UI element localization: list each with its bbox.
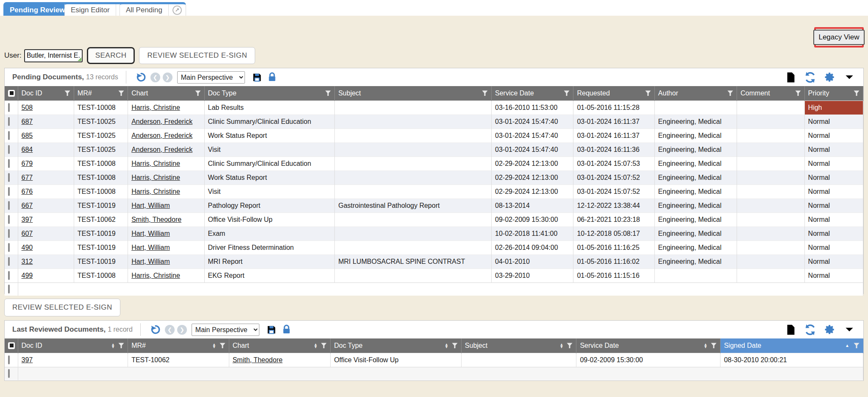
chart-link[interactable]: Hart, William (131, 244, 170, 251)
filter-funnel-icon[interactable] (482, 90, 488, 96)
column-header-mr-[interactable]: MR# (74, 86, 128, 101)
filter-funnel-icon[interactable] (567, 343, 573, 349)
row-checkbox[interactable] (8, 355, 10, 364)
column-header-author[interactable]: Author (654, 86, 737, 101)
filter-funnel-icon[interactable] (64, 90, 70, 96)
search-button[interactable]: SEARCH (87, 47, 135, 64)
settings-gear-icon[interactable] (824, 324, 835, 335)
next-page-icon[interactable]: ❯ (177, 325, 187, 335)
row-checkbox[interactable] (8, 243, 10, 252)
column-header-doc-type[interactable]: Doc Type▲▼ (331, 338, 462, 353)
undo-icon[interactable] (150, 324, 161, 335)
filter-funnel-icon[interactable] (118, 343, 124, 349)
column-header-mr-[interactable]: MR#▲▼ (128, 338, 229, 353)
row-checkbox[interactable] (8, 159, 10, 168)
tab-all-pending[interactable]: All Pending ↗ (120, 2, 186, 16)
column-header-subject[interactable]: Subject (335, 86, 492, 101)
doc-id-link[interactable]: 499 (22, 272, 33, 279)
footer-checkbox[interactable] (8, 285, 10, 294)
settings-gear-icon[interactable] (824, 72, 835, 83)
column-header-requested[interactable]: Requested (573, 86, 654, 101)
column-header-doc-type[interactable]: Doc Type (204, 86, 335, 101)
filter-funnel-icon[interactable] (452, 343, 458, 349)
refresh-icon[interactable] (804, 72, 816, 83)
row-checkbox[interactable] (8, 271, 10, 280)
column-header-service-date[interactable]: Service Date▲▼ (576, 338, 721, 353)
sort-asc-icon[interactable]: ▲ (845, 343, 849, 348)
column-header-priority[interactable]: Priority (804, 86, 863, 101)
column-header-subject[interactable]: Subject▲▼ (461, 338, 576, 353)
review-selected-esign-button-bottom[interactable]: REVIEW SELECTED E-SIGN (4, 299, 120, 316)
chart-link[interactable]: Harris, Christine (131, 174, 180, 181)
filter-funnel-icon[interactable] (854, 90, 860, 96)
chart-link[interactable]: Harris, Christine (131, 188, 180, 195)
row-checkbox[interactable] (8, 187, 10, 196)
column-header-chart[interactable]: Chart▲▼ (229, 338, 331, 353)
perspective-select[interactable]: Main Perspective (192, 324, 259, 336)
chart-link[interactable]: Anderson, Frederick (131, 146, 192, 153)
doc-id-link[interactable]: 508 (22, 104, 33, 111)
lock-icon[interactable] (282, 324, 291, 335)
row-checkbox[interactable] (8, 257, 10, 266)
sort-icon[interactable]: ▲▼ (704, 343, 707, 348)
filter-funnel-icon[interactable] (195, 90, 201, 96)
refresh-icon[interactable] (804, 324, 816, 335)
doc-id-link[interactable]: 685 (22, 132, 33, 139)
doc-id-link[interactable]: 397 (22, 216, 33, 223)
doc-id-link[interactable]: 677 (22, 174, 33, 181)
external-link-icon[interactable]: ↗ (172, 6, 182, 15)
save-perspective-icon[interactable] (266, 324, 277, 335)
row-checkbox[interactable] (8, 201, 10, 210)
row-checkbox[interactable] (8, 117, 10, 126)
row-checkbox[interactable] (8, 145, 10, 154)
chart-link[interactable]: Harris, Christine (131, 160, 180, 167)
save-perspective-icon[interactable] (252, 72, 262, 83)
filter-funnel-icon[interactable] (321, 343, 327, 349)
filter-funnel-icon[interactable] (645, 90, 651, 96)
sort-icon[interactable]: ▲▼ (314, 343, 317, 348)
filter-funnel-icon[interactable] (711, 343, 717, 349)
column-header-chart[interactable]: Chart (128, 86, 204, 101)
doc-id-link[interactable]: 687 (22, 118, 33, 125)
filter-funnel-icon[interactable] (564, 90, 570, 96)
sort-icon[interactable]: ▲▼ (560, 343, 564, 348)
collapse-chevron-icon[interactable] (844, 324, 855, 335)
doc-id-link[interactable]: 490 (22, 244, 33, 251)
row-checkbox[interactable] (8, 229, 10, 238)
row-checkbox[interactable] (8, 215, 10, 224)
chart-link[interactable]: Smith, Theodore (233, 356, 283, 363)
chart-link[interactable]: Smith, Theodore (131, 216, 181, 223)
filter-funnel-icon[interactable] (220, 343, 225, 349)
legacy-view-button[interactable]: Legacy View (813, 30, 864, 45)
select-all-checkbox[interactable] (8, 90, 15, 97)
doc-id-link[interactable]: 676 (22, 188, 33, 195)
new-document-icon[interactable] (786, 72, 796, 83)
doc-id-link[interactable]: 679 (22, 160, 33, 167)
prev-page-icon[interactable]: ❮ (150, 73, 160, 82)
chart-link[interactable]: Harris, Christine (131, 272, 180, 279)
chart-link[interactable]: Harris, Christine (131, 104, 180, 111)
doc-id-link[interactable]: 397 (22, 356, 33, 363)
sort-icon[interactable]: ▲▼ (212, 343, 216, 348)
undo-icon[interactable] (136, 72, 147, 83)
row-checkbox[interactable] (8, 131, 10, 140)
sort-icon[interactable]: ▲▼ (445, 343, 448, 348)
filter-funnel-icon[interactable] (118, 90, 124, 96)
lock-icon[interactable] (267, 72, 277, 82)
filter-funnel-icon[interactable] (854, 343, 860, 349)
doc-id-link[interactable]: 684 (22, 146, 33, 153)
perspective-select[interactable]: Main Perspective (177, 71, 245, 84)
user-input[interactable] (24, 49, 83, 62)
filter-funnel-icon[interactable] (795, 90, 801, 96)
column-header-signed-date[interactable]: Signed Date▲ (721, 338, 863, 353)
column-header-doc-id[interactable]: Doc ID (18, 86, 74, 101)
row-checkbox[interactable] (8, 173, 10, 182)
doc-id-link[interactable]: 607 (22, 230, 33, 237)
chart-link[interactable]: Hart, William (131, 230, 170, 237)
next-page-icon[interactable]: ❯ (163, 73, 172, 82)
doc-id-link[interactable]: 312 (22, 258, 33, 265)
sort-icon[interactable]: ▲▼ (111, 343, 115, 348)
prev-page-icon[interactable]: ❮ (165, 325, 175, 335)
doc-id-link[interactable]: 667 (22, 202, 33, 209)
filter-funnel-icon[interactable] (325, 90, 331, 96)
